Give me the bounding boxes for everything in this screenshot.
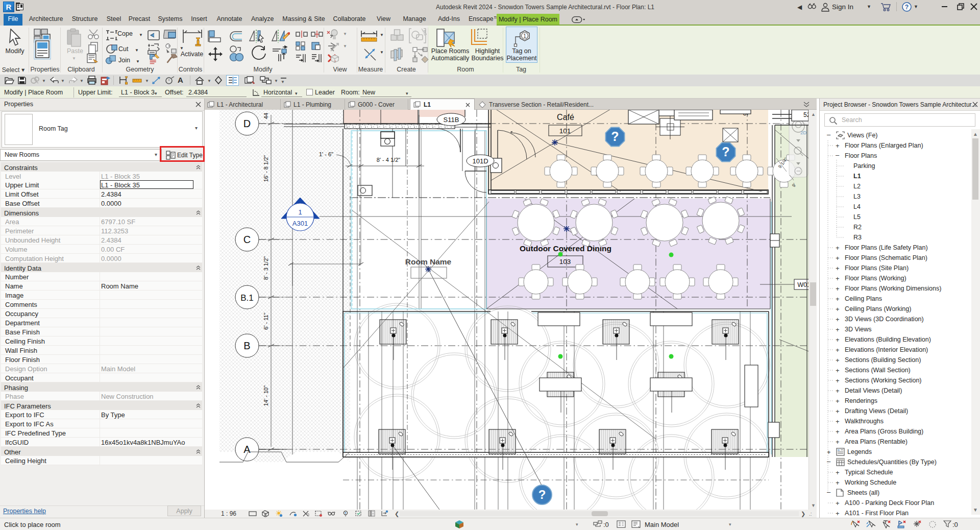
svg-text:Outdoor Covered Dining: Outdoor Covered Dining [520,244,611,253]
svg-text:52: 52 [803,111,808,118]
svg-text:B: B [243,340,250,351]
svg-text:6' - 11": 6' - 11" [263,312,269,329]
svg-text:101: 101 [559,127,571,135]
svg-text:1' - 6": 1' - 6" [319,151,333,157]
svg-text:?: ? [905,4,909,11]
svg-text:1: 1 [298,208,302,216]
svg-text:?: ? [611,129,619,143]
svg-text:B.1: B.1 [240,293,254,303]
svg-text:8' - 3 1/2": 8' - 3 1/2" [263,256,269,280]
svg-text:?: ? [722,144,729,159]
svg-text:103: 103 [559,258,571,266]
svg-text:2D: 2D [800,130,806,135]
svg-text:D: D [243,118,251,129]
svg-text:16' - 8 1/2": 16' - 8 1/2" [263,155,269,182]
svg-text:Café: Café [557,113,574,122]
svg-text:8' - 4 1/2": 8' - 4 1/2" [377,157,400,163]
svg-text:A301: A301 [292,220,308,227]
svg-text:C: C [243,234,251,245]
svg-text:44: 44 [263,113,269,119]
svg-text:101D: 101D [472,157,488,165]
svg-text:S11B: S11B [444,116,459,124]
svg-text:?: ? [538,488,546,501]
svg-text:14' - 10": 14' - 10" [263,386,269,406]
svg-text:Room Name: Room Name [405,257,452,266]
svg-text:°: ° [168,79,170,84]
svg-text:1: 1 [523,33,526,39]
